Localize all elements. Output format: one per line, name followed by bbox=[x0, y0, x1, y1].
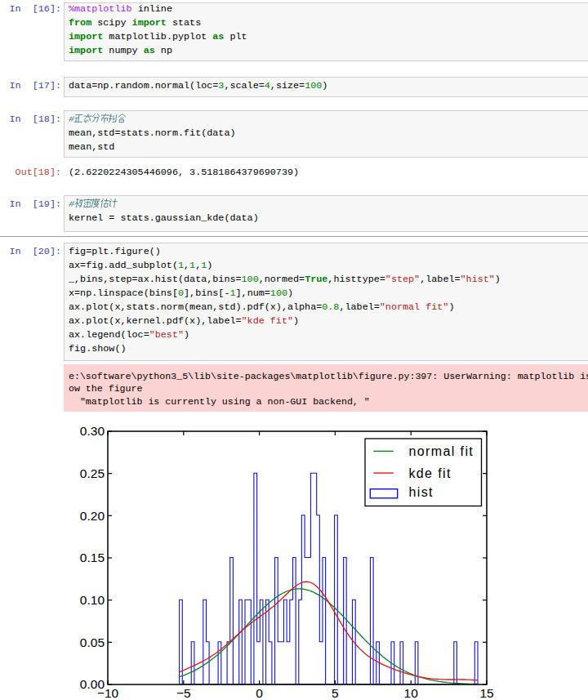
svg-text:normal fit: normal fit bbox=[408, 444, 474, 458]
svg-text:0.20: 0.20 bbox=[80, 509, 105, 523]
svg-text:kde fit: kde fit bbox=[408, 466, 452, 480]
svg-text:10: 10 bbox=[404, 686, 419, 700]
svg-text:15: 15 bbox=[479, 686, 493, 700]
svg-text:0.25: 0.25 bbox=[80, 466, 105, 480]
svg-text:0.10: 0.10 bbox=[80, 593, 105, 607]
svg-text:5: 5 bbox=[332, 686, 339, 700]
svg-text:0.05: 0.05 bbox=[80, 635, 105, 649]
svg-text:0.00: 0.00 bbox=[80, 677, 105, 691]
svg-text:hist: hist bbox=[408, 485, 434, 499]
svg-text:0.30: 0.30 bbox=[80, 424, 105, 438]
svg-text:0: 0 bbox=[256, 686, 263, 700]
svg-text:−5: −5 bbox=[176, 686, 191, 700]
svg-text:0.15: 0.15 bbox=[80, 551, 105, 564]
